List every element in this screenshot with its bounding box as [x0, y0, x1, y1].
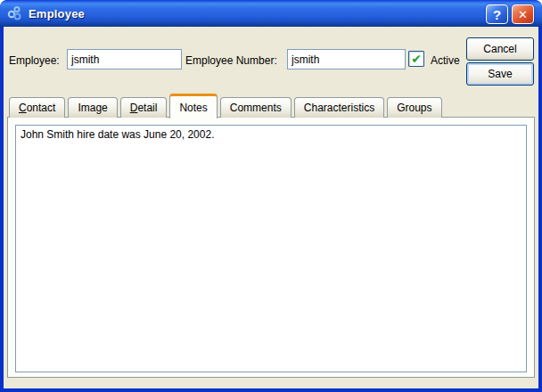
- tab-comments[interactable]: Comments: [220, 97, 292, 118]
- active-checkbox[interactable]: ✔: [408, 51, 424, 67]
- close-icon: ✕: [518, 8, 528, 21]
- titlebar[interactable]: Employee ? ✕: [0, 0, 542, 27]
- help-icon: ?: [493, 7, 501, 22]
- tab-notes[interactable]: Notes: [169, 94, 217, 118]
- window-title: Employee: [29, 7, 85, 20]
- tab-detail[interactable]: Detail: [120, 97, 168, 118]
- app-icon: [6, 4, 24, 22]
- tab-image[interactable]: Image: [68, 97, 117, 118]
- employee-input[interactable]: [67, 49, 182, 69]
- save-button[interactable]: Save: [466, 62, 534, 86]
- tab-groups[interactable]: Groups: [387, 97, 441, 118]
- cancel-button[interactable]: Cancel: [466, 37, 534, 61]
- close-button[interactable]: ✕: [512, 4, 534, 24]
- employee-number-label: Employee Number:: [185, 54, 277, 67]
- help-button[interactable]: ?: [486, 4, 508, 24]
- notes-textarea[interactable]: John Smith hire date was June 20, 2002.: [15, 125, 527, 372]
- tab-contact[interactable]: Contact: [9, 97, 65, 118]
- dialog-body: Employee: Employee Number: ✔ Active Canc…: [4, 27, 538, 388]
- employee-label: Employee:: [9, 54, 60, 67]
- active-label: Active: [431, 54, 460, 67]
- employee-number-input[interactable]: [287, 49, 406, 69]
- tab-bar: Contact Image Detail Notes Comments Char…: [9, 93, 442, 118]
- employee-dialog: Employee ? ✕ Employee: Employee Number: …: [0, 0, 542, 392]
- tab-characteristics[interactable]: Characteristics: [294, 97, 384, 118]
- check-icon: ✔: [411, 53, 422, 65]
